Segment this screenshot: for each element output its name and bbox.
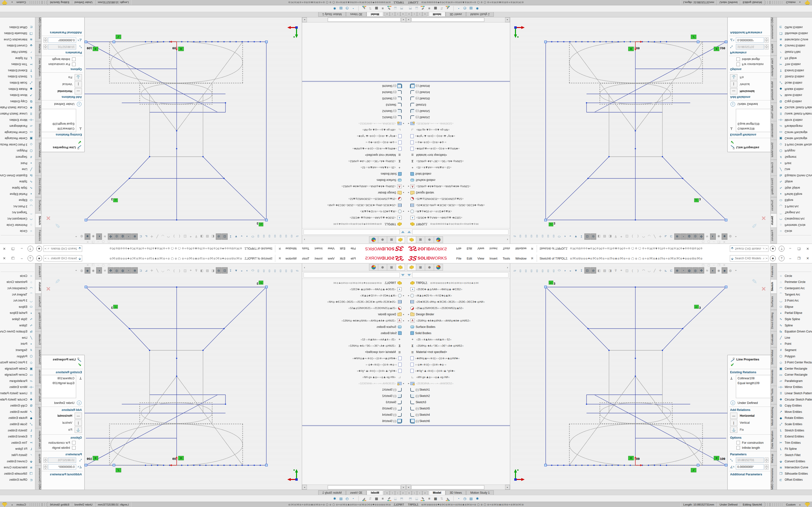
command-tab-direct-editing[interactable]: Direct Editing bbox=[35, 175, 41, 197]
toolbar-icon[interactable]: ◧ bbox=[210, 234, 215, 239]
tool-silhouette-entities[interactable]: ❒Silhouette Entities bbox=[0, 470, 35, 477]
toolbar-icon[interactable]: ▯ bbox=[518, 234, 523, 239]
tool-extend-entities[interactable]: ṪExtend Entities bbox=[0, 433, 35, 440]
tool-fit-spline[interactable]: ⅬFit Spline bbox=[777, 446, 812, 452]
tree-item[interactable]: (-) Sketch4 bbox=[302, 412, 406, 418]
options-header[interactable]: Options ⌃ bbox=[730, 436, 770, 439]
command-tab-sketch[interactable]: Sketch bbox=[771, 279, 777, 294]
tree-horizontal-scrollbar[interactable]: ◂ ▸ bbox=[406, 17, 510, 22]
menu-tools[interactable]: Tools bbox=[299, 256, 312, 261]
property-manager-tab[interactable]: ⊕ bbox=[425, 236, 434, 243]
scrollbar-thumb[interactable] bbox=[411, 18, 484, 22]
toolbar-icon[interactable]: ⊾ bbox=[663, 234, 668, 239]
property-manager-tab[interactable]: ⊕ bbox=[425, 264, 434, 271]
relation-entry[interactable]: Collinear108 bbox=[42, 376, 74, 381]
help-button[interactable]: ? bbox=[779, 256, 784, 261]
tool-ellipse[interactable]: ⬭Ellipse bbox=[777, 304, 812, 310]
ok-checkmark-button[interactable]: ✔ bbox=[730, 362, 770, 368]
tool-intersection-curve[interactable]: ≋Intersection Curve bbox=[0, 37, 35, 43]
tool-copy-entities[interactable]: ⧉Copy Entities bbox=[0, 402, 35, 409]
toolbar-icon[interactable]: ◒ bbox=[568, 234, 573, 239]
tree-item[interactable]: Solid Bodies bbox=[302, 330, 406, 336]
checkbox-infinite-length[interactable] bbox=[72, 57, 75, 61]
toolbar-icon[interactable]: ⊘ bbox=[591, 267, 596, 274]
relation-entry[interactable]: Equal length109 bbox=[738, 121, 770, 126]
toolbar-icon[interactable]: ◧ bbox=[597, 234, 602, 239]
tool-segment[interactable]: #Segment bbox=[0, 347, 35, 353]
additional-parameters-header[interactable]: Additional Parameters ⌄ bbox=[42, 31, 82, 34]
tool-equation-driven-curve[interactable]: fxEquation Driven Curve bbox=[777, 172, 812, 179]
command-tab-sheet-metal[interactable]: Sheet Metal bbox=[771, 140, 777, 160]
toolbar-icon[interactable]: ▱ bbox=[295, 234, 300, 239]
tool-convert-entities[interactable]: ⬙Convert Entities bbox=[0, 43, 35, 49]
spin-up-icon[interactable]: ▴ bbox=[765, 457, 768, 460]
search-dropdown-icon[interactable]: ▾ bbox=[765, 247, 767, 250]
spin-up-icon[interactable]: ▴ bbox=[765, 40, 768, 43]
confirmation-corner-sketch-icon[interactable]: ✎ bbox=[55, 278, 60, 285]
tree-item[interactable]: ○✚ИН◎♟+○※⊙[○◦○]⊙※○+♟◎НИ✚○ bbox=[302, 146, 406, 152]
close-button[interactable]: ✕ bbox=[1, 257, 7, 260]
toolbar-icon[interactable]: ⊡ bbox=[222, 267, 227, 274]
tree-item[interactable]: (-) Sketch5 bbox=[406, 405, 510, 412]
bottom-toolbar-icon[interactable]: ▦ bbox=[373, 6, 379, 11]
command-tab-sketch[interactable]: Sketch bbox=[35, 213, 41, 228]
filter-funnel-icon[interactable] bbox=[407, 274, 411, 276]
scrollbar-thumb[interactable] bbox=[328, 18, 401, 22]
toolbar-icon[interactable]: ◉ bbox=[716, 268, 721, 273]
tree-item[interactable]: (-) Sketch1 bbox=[406, 387, 510, 393]
command-tab-mbd-dimensions[interactable]: MBD Dimensions bbox=[771, 465, 777, 492]
toolbar-icon[interactable]: ◉ bbox=[91, 234, 96, 239]
tool-style-spline[interactable]: ∿Style Spline bbox=[0, 185, 35, 191]
tree-item[interactable]: (-) Sketch6 bbox=[406, 418, 510, 424]
expand-arrow-icon[interactable]: ▸ bbox=[407, 122, 410, 125]
toolbar-icon[interactable]: ◧ bbox=[210, 268, 215, 273]
tool-mirror-entities[interactable]: ⊣⊢Mirror Entities bbox=[777, 384, 812, 390]
expand-arrow-icon[interactable]: ▸ bbox=[402, 313, 405, 316]
expand-arrow-icon[interactable]: ▸ bbox=[402, 185, 405, 187]
tool-scale-entities[interactable]: ⤢Scale Entities bbox=[0, 80, 35, 86]
tree-item[interactable]: ▸A○25ИН◎◦✚A✚◎ИНA○◦○AНИ◎✚A✚◦◎НИ52○ bbox=[406, 183, 510, 189]
toolbar-icon[interactable]: ◫ bbox=[183, 234, 188, 239]
expand-arrow-icon[interactable]: ▸ bbox=[407, 382, 410, 385]
menu-insert[interactable]: Insert bbox=[312, 256, 325, 261]
tool-trim-entities[interactable]: ✂Trim Entities bbox=[777, 440, 812, 446]
command-tab-mbd-dimensions[interactable]: MBD Dimensions bbox=[35, 465, 41, 492]
tree-item[interactable]: ∟○ИН◦gе◦♟◎○◦○◎♟◦еg◦НИ○ bbox=[302, 374, 406, 380]
command-tab-mold-tools[interactable]: Mold Tools bbox=[35, 386, 41, 404]
tool-line[interactable]: ╱Line bbox=[777, 166, 812, 172]
parameter-input[interactable]: 10.88152731 bbox=[736, 44, 764, 50]
confirmation-corner-sketch-icon[interactable]: ✎ bbox=[752, 278, 757, 285]
toolbar-icon[interactable]: ◓ bbox=[733, 268, 739, 273]
bottom-toolbar-icon[interactable]: ⬓ bbox=[393, 6, 398, 11]
tool-rotate-entities[interactable]: ◆Rotate Entities bbox=[777, 86, 812, 92]
tool-polygon[interactable]: ⬠Polygon bbox=[777, 353, 812, 359]
expand-arrow-icon[interactable]: ▸ bbox=[402, 294, 405, 297]
fm-expand-chevron-icon[interactable]: › bbox=[304, 238, 305, 242]
confirmation-corner-sketch-icon[interactable]: ✎ bbox=[752, 222, 757, 229]
bottom-toolbar-icon[interactable]: ≡ bbox=[426, 496, 432, 501]
search-dropdown-icon[interactable]: ▾ bbox=[45, 257, 47, 260]
command-tab-evaluate[interactable]: Evaluate bbox=[771, 160, 777, 176]
toolbar-icon[interactable]: ◔ bbox=[680, 267, 686, 274]
parameters-header[interactable]: Parameters ⌃ bbox=[42, 51, 82, 54]
command-tab-markup[interactable]: Markup bbox=[771, 451, 777, 466]
tab-nav-button[interactable]: » bbox=[422, 12, 427, 16]
spin-down-icon[interactable]: ▾ bbox=[765, 467, 768, 469]
tool-partial-ellipse[interactable]: ◖Partial Ellipse bbox=[777, 310, 812, 316]
search-input[interactable] bbox=[734, 257, 763, 260]
toolbar-icon[interactable]: ⌖ bbox=[188, 268, 193, 273]
tree-item[interactable]: ○✚ИН◎♟+○※⊙[○◦○]⊙※○+♟◎НИ✚○ bbox=[406, 355, 510, 361]
toolbar-icon[interactable]: ≋ bbox=[102, 234, 108, 239]
pin-icon[interactable]: ✚ bbox=[278, 246, 282, 251]
tree-item[interactable]: ✦○25·∩※♟Am○◦○mA♟※∩·52○ bbox=[302, 336, 406, 343]
toolbar-icon[interactable]: ✜ bbox=[698, 267, 704, 274]
bottom-toolbar-icon[interactable]: ⬓ bbox=[393, 496, 398, 501]
tree-item[interactable]: ▸A○25ИН◎◦✚A✚◎ИНA○◦○AНИ◎✚A✚◦◎НИ52○ bbox=[406, 318, 510, 324]
toolbar-icon[interactable]: ✛ bbox=[149, 268, 154, 273]
tool-parallelogram[interactable]: ▱Parallelogram bbox=[777, 123, 812, 129]
scroll-right-icon[interactable]: ▸ bbox=[302, 17, 307, 22]
toolbar-icon[interactable]: ▼ bbox=[234, 268, 239, 273]
bottom-toolbar-icon[interactable]: ≡ bbox=[426, 6, 432, 11]
tool-linear-sketch-pattern[interactable]: ⠿Linear Sketch Pattern bbox=[0, 390, 35, 396]
toolbar-icon[interactable]: ▯ bbox=[256, 268, 261, 273]
